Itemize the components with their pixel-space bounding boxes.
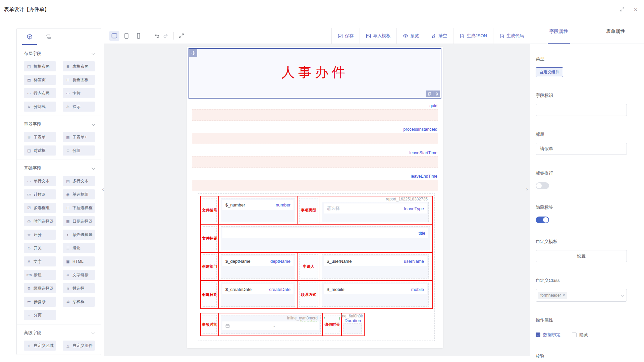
palette-item[interactable]: ▦子表单+ xyxy=(63,132,95,142)
palette-item[interactable]: ⋔树选择 xyxy=(63,283,95,293)
field-input-cell[interactable]: $_deptName deptName xyxy=(218,253,297,280)
palette-item[interactable]: ⊞表格布局 xyxy=(63,61,95,71)
section-header[interactable]: 基础字段 xyxy=(17,165,101,171)
field-input-cell[interactable]: $_number number xyxy=(218,196,297,224)
palette-item[interactable]: △自定义组件 xyxy=(63,341,95,351)
device-desktop-icon[interactable] xyxy=(109,31,119,41)
tab-form-properties[interactable]: 表单属性 xyxy=(587,19,644,44)
palette-item[interactable]: ☰滑块 xyxy=(63,243,95,253)
palette-item[interactable]: ↔分页 xyxy=(24,310,56,320)
palette-item[interactable]: ▣HTML xyxy=(63,256,95,266)
palette-item[interactable]: ⊙开关 xyxy=(24,243,56,253)
close-window-icon[interactable]: × xyxy=(633,6,639,12)
fullscreen-icon[interactable] xyxy=(177,32,186,40)
palette-item[interactable]: ◫栅格布局 xyxy=(24,61,56,71)
copy-component-icon[interactable] xyxy=(426,90,433,97)
device-mobile-icon[interactable] xyxy=(133,31,144,41)
hidden-field-input[interactable] xyxy=(192,156,438,168)
palette-item[interactable]: ◇自定义区域 xyxy=(24,341,56,351)
field-label-cell[interactable]: 文件标题 xyxy=(201,225,218,252)
toolbar-action-code-doc-icon[interactable]: 生成代码 xyxy=(493,28,530,44)
palette-item[interactable]: ◐颜色选择器 xyxy=(63,230,95,240)
palette-item[interactable]: ⊟折叠面板 xyxy=(63,75,95,85)
field-label-cell[interactable]: 文件编号 xyxy=(201,196,218,224)
hidden-field-component[interactable]: leaveEndTime xyxy=(192,170,438,191)
hidden-field-input[interactable] xyxy=(192,180,438,191)
palette-item[interactable]: BTN按钮 xyxy=(24,270,56,280)
field-key-input[interactable] xyxy=(536,104,627,116)
toolbar-action-broom-icon[interactable]: 清空 xyxy=(425,28,453,44)
tab-components-cube-icon[interactable] xyxy=(22,28,37,45)
palette-item[interactable]: ☑多选框组 xyxy=(24,203,56,213)
tab-outline-layers-icon[interactable] xyxy=(41,28,56,45)
hidden-field-component[interactable]: guid xyxy=(192,100,438,121)
hidden-field-component[interactable]: processInstanceId xyxy=(192,123,438,144)
field-input-cell[interactable]: $_mobile mobile xyxy=(320,281,430,308)
section-header[interactable]: 容器字段 xyxy=(17,121,101,127)
form-header-component-selected[interactable]: 人事办件 xyxy=(189,48,441,99)
title-input[interactable] xyxy=(536,143,627,155)
field-label-cell[interactable]: 事项时间 xyxy=(201,313,218,336)
field-label-cell[interactable]: 创建日期 xyxy=(201,281,218,308)
field-label-cell[interactable]: 事项类型 xyxy=(297,196,320,224)
palette-item[interactable]: ◉单选框组 xyxy=(63,189,95,199)
palette-item[interactable]: ⧉级联选择器 xyxy=(24,283,56,293)
custom-template-settings-button[interactable]: 设置 xyxy=(536,250,627,262)
palette-item[interactable]: ▭卡片 xyxy=(63,88,95,98)
palette-item[interactable]: A文字 xyxy=(24,256,56,266)
remove-tag-icon[interactable]: × xyxy=(562,293,565,298)
hidden-checkbox[interactable]: 隐藏 xyxy=(572,332,588,338)
section-header[interactable]: 高级字段 xyxy=(17,330,101,336)
data-binding-checkbox[interactable]: 数据绑定 xyxy=(536,332,560,338)
hide-label-toggle[interactable] xyxy=(536,217,549,223)
hidden-field-input[interactable] xyxy=(192,133,438,144)
toolbar-action-import-icon[interactable]: 导入模板 xyxy=(360,28,396,44)
field-input-cell[interactable]: title xyxy=(218,225,432,252)
resize-window-icon[interactable] xyxy=(619,6,625,12)
palette-item[interactable]: ◷时间选择器 xyxy=(24,216,56,226)
palette-item[interactable]: ⊡下拉选择框 xyxy=(63,203,95,213)
label-wrap-toggle[interactable] xyxy=(536,182,549,189)
hidden-field-input[interactable] xyxy=(192,109,438,121)
redo-icon[interactable] xyxy=(161,32,170,40)
collapse-sidebar-chevron-icon[interactable]: ‹ xyxy=(101,183,105,196)
date-range-cell[interactable]: inline_nym8mcrd leavedate - xyxy=(218,313,322,336)
palette-item[interactable]: ⬒标签页 xyxy=(24,75,56,85)
delete-component-icon[interactable] xyxy=(433,90,440,97)
field-label-cell[interactable]: 申请人 xyxy=(297,253,320,280)
field-label-cell[interactable]: 创建部门 xyxy=(201,253,218,280)
form-table-region[interactable]: 文件编号 $_number number 事项类型 report xyxy=(198,193,435,341)
section-header[interactable]: 布局字段 xyxy=(17,51,101,57)
palette-item[interactable]: ≋分割线 xyxy=(24,102,56,112)
move-handle-icon[interactable] xyxy=(189,49,197,57)
toolbar-action-eye-icon[interactable]: 预览 xyxy=(396,28,425,44)
field-input-cell[interactable]: $_userName userName xyxy=(320,253,430,280)
field-input-cell[interactable]: $_createDate createDate xyxy=(218,281,297,308)
palette-item[interactable]: ⊞子表单 xyxy=(24,132,56,142)
palette-item[interactable]: ▦日期选择器 xyxy=(63,216,95,226)
palette-item[interactable]: ⇄穿梭框 xyxy=(63,297,95,307)
palette-item[interactable]: ∞文字链接 xyxy=(63,270,95,280)
palette-item[interactable]: 123计数器 xyxy=(24,189,56,199)
custom-class-select[interactable]: formheader × xyxy=(536,289,627,302)
duration-cell[interactable]: ine_6ai0h8lr Duration xyxy=(341,313,363,336)
palette-item[interactable]: ⚠提示 xyxy=(63,102,95,112)
tab-field-properties[interactable]: 字段属性 xyxy=(530,19,587,44)
palette-item[interactable]: ◰对话框 xyxy=(24,145,56,156)
palette-item[interactable]: ▤多行文本 xyxy=(63,176,95,186)
palette-item[interactable]: □分组 xyxy=(63,145,95,156)
field-label-cell[interactable]: 联系方式 xyxy=(297,281,320,308)
palette-item[interactable]: ▭单行文本 xyxy=(24,176,56,186)
field-label-cell[interactable]: shichang 请假时长 xyxy=(322,313,341,336)
design-canvas[interactable]: 人事办件 guidprocessInstanceIdleaveStartTime… xyxy=(104,44,530,356)
toolbar-action-save-icon[interactable]: 保存 xyxy=(331,28,360,44)
device-tablet-icon[interactable] xyxy=(121,31,131,41)
toolbar-action-json-doc-icon[interactable]: 生成JSON xyxy=(453,28,493,44)
palette-item[interactable]: ⋯行内布局 xyxy=(24,88,56,98)
palette-item[interactable]: ≔步骤条 xyxy=(24,297,56,307)
field-select-cell[interactable]: report_1622518382735 请选择 leaveType xyxy=(320,196,430,224)
collapse-panel-chevron-icon[interactable]: › xyxy=(525,182,529,196)
palette-item[interactable]: ☆评分 xyxy=(24,230,56,240)
hidden-field-component[interactable]: leaveStartTime xyxy=(192,147,438,168)
undo-icon[interactable] xyxy=(153,32,161,40)
